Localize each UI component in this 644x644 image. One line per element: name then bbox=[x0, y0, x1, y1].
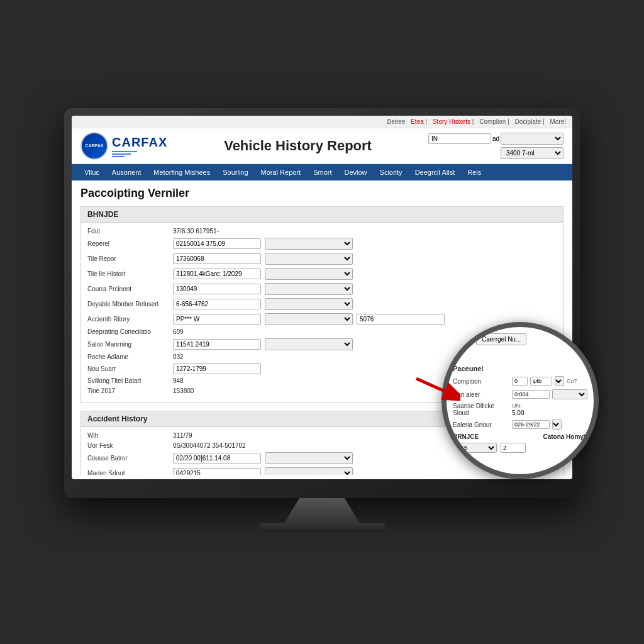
nav-vlluc[interactable]: Vlluc bbox=[78, 164, 106, 180]
header: CARFAX CARFAX Vehicle History Report bbox=[72, 128, 572, 164]
nav-sourling[interactable]: Sourling bbox=[216, 164, 254, 180]
zoom-footer-input2[interactable] bbox=[501, 443, 526, 453]
nav-moral-report[interactable]: Moral Report bbox=[255, 164, 308, 180]
canaleer-select[interactable] bbox=[552, 389, 587, 399]
state-dropdown[interactable] bbox=[501, 133, 564, 145]
field-tile-repor: Tile Repor bbox=[87, 253, 557, 265]
tile-repor-input[interactable] bbox=[173, 253, 261, 264]
deyable-select[interactable] bbox=[265, 298, 353, 310]
zoom-footer-brnjce: BRNJCE bbox=[453, 433, 479, 440]
cousse-input[interactable] bbox=[173, 453, 261, 464]
reperel-select[interactable] bbox=[265, 238, 353, 250]
mileage-dropdown[interactable]: 3400 7-ml bbox=[501, 147, 564, 159]
accienth-input2[interactable] bbox=[357, 314, 445, 325]
topbar-link-complion[interactable]: Complion bbox=[479, 118, 506, 125]
zoom-field-saanse: Saanse Dllicke Sloud UN- 5.00 bbox=[453, 402, 587, 416]
nav-metorfing[interactable]: Metorfing Mishees bbox=[147, 164, 216, 180]
monitor-stand bbox=[284, 498, 360, 523]
logo-line-2 bbox=[112, 153, 131, 155]
monitor-wrapper: Beiree Etea | Story Historts | Complion … bbox=[64, 108, 580, 536]
tile-histort-input[interactable] bbox=[173, 269, 261, 279]
reperel-input[interactable] bbox=[173, 238, 261, 249]
topbar-link-beiree[interactable]: Beiree bbox=[387, 118, 406, 125]
zoom-overlay: iew Caerrgel Nu... lt Paceunel Compition… bbox=[441, 322, 599, 479]
nav-reis[interactable]: Reis bbox=[461, 164, 487, 180]
salon-input[interactable] bbox=[173, 339, 261, 350]
nav-bar: Vlluc Ausonent Metorfing Mishees Sourlin… bbox=[72, 164, 572, 180]
topbar-link-more[interactable]: More! bbox=[550, 118, 566, 125]
zoom-sub-title: Paceunel bbox=[453, 365, 587, 372]
section1-header: BHNJDE bbox=[81, 207, 563, 223]
field-fdut: Fdut 37/6.30 617951- bbox=[87, 228, 557, 235]
state-input[interactable] bbox=[428, 133, 491, 144]
ealeria-input[interactable] bbox=[512, 420, 550, 429]
tile-repor-select[interactable] bbox=[265, 253, 353, 265]
zoom-footer: BRNJCE Catona Homyti bbox=[453, 433, 587, 440]
canaleer-input[interactable] bbox=[512, 390, 550, 399]
logo-circle: CARFAX bbox=[80, 132, 108, 160]
header-controls: ad 3400 7-ml bbox=[428, 133, 564, 159]
page-title: Vehicle History Report bbox=[167, 138, 428, 154]
logo-line-3 bbox=[112, 156, 125, 157]
zoom-footer-catona: Catona Homyti bbox=[543, 433, 587, 440]
nou-input[interactable] bbox=[173, 364, 261, 374]
page-heading: Paccoipting Verniler bbox=[80, 187, 564, 200]
courra-input[interactable] bbox=[173, 284, 261, 294]
logo-text: CARFAX bbox=[112, 135, 167, 157]
logo-line-1 bbox=[112, 151, 137, 152]
zoom-content: iew Caerrgel Nu... lt Paceunel Compition… bbox=[447, 327, 594, 459]
ealeria-select[interactable] bbox=[552, 419, 562, 430]
courra-select[interactable] bbox=[265, 283, 353, 295]
salon-select[interactable] bbox=[265, 338, 353, 350]
field-tile-histort: Tile lle Histort bbox=[87, 268, 557, 280]
zoom-field-canaleer: Can aleer bbox=[453, 389, 587, 399]
tile-histort-select[interactable] bbox=[265, 268, 353, 280]
topbar-link-story[interactable]: Story Historts bbox=[433, 118, 470, 125]
zoom-section-title: lt bbox=[453, 350, 587, 360]
accienth-select[interactable] bbox=[265, 313, 353, 325]
top-bar: Beiree Etea | Story Historts | Complion … bbox=[72, 116, 572, 128]
nav-sciority[interactable]: Sciority bbox=[374, 164, 409, 180]
nav-smort[interactable]: Smort bbox=[307, 164, 338, 180]
field-reperel: Reperel bbox=[87, 238, 557, 250]
monitor-base bbox=[259, 523, 385, 532]
field-courra: Courra Prcinent bbox=[87, 283, 557, 295]
topbar-link-etea[interactable]: Etea bbox=[411, 118, 424, 125]
top-bar-links: Beiree Etea | Story Historts | Complion … bbox=[384, 118, 566, 125]
field-accienth: Accienth Ritory bbox=[87, 313, 557, 325]
compition-input[interactable] bbox=[512, 377, 528, 386]
field-deyable: Deyable Mbnber Relusert bbox=[87, 298, 557, 310]
zoom-btn-caerrgel[interactable]: Caerrgel Nu... bbox=[476, 333, 526, 345]
logo-carfax-text: CARFAX bbox=[112, 135, 167, 150]
compition-select[interactable] bbox=[555, 376, 564, 386]
monitor-frame: Beiree Etea | Story Historts | Complion … bbox=[64, 108, 580, 498]
zoom-footer-select1[interactable]: 315 bbox=[453, 443, 497, 453]
nav-ausonent[interactable]: Ausonent bbox=[106, 164, 147, 180]
zoom-footer-inputs: 315 bbox=[453, 443, 587, 453]
zoom-field-ealeria: Ealeria Griour bbox=[453, 419, 587, 430]
zoom-field-compition: Compition Co7 bbox=[453, 376, 587, 386]
accienth-input1[interactable] bbox=[173, 314, 261, 325]
compition-input2[interactable] bbox=[530, 377, 552, 386]
nav-deegrcil[interactable]: Deegrcil Allst bbox=[409, 164, 462, 180]
deyable-input[interactable] bbox=[173, 299, 261, 309]
topbar-link-dociplate[interactable]: Dociplate bbox=[515, 118, 541, 125]
maden-input[interactable] bbox=[173, 468, 261, 475]
maden-select[interactable] bbox=[265, 467, 353, 475]
nav-devlow[interactable]: Devlow bbox=[338, 164, 373, 180]
logo-lines bbox=[112, 151, 167, 157]
carfax-logo: CARFAX CARFAX bbox=[80, 132, 167, 160]
cousse-select[interactable] bbox=[265, 452, 353, 464]
